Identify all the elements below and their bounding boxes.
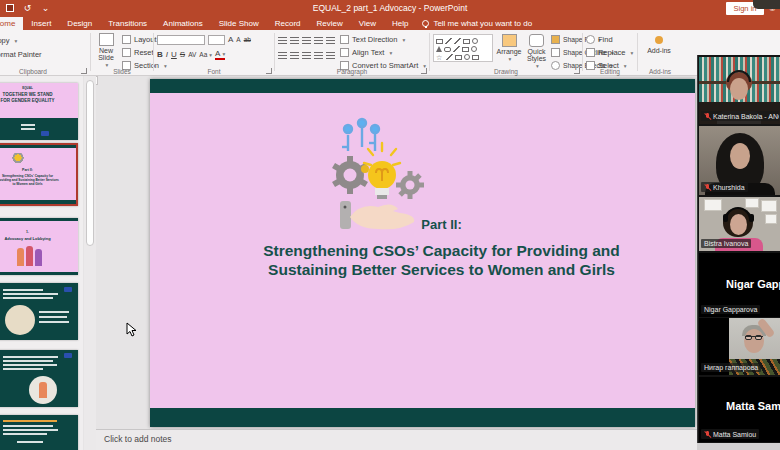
line-spacing-icon[interactable]	[326, 37, 335, 45]
participant-tile-matta[interactable]: Matta Samiou Matta Samiou	[699, 377, 780, 442]
textbox-shape-icon[interactable]	[436, 39, 443, 44]
slide-part-text[interactable]: Part II:	[150, 217, 695, 232]
thumbnail-scrollbar-thumb[interactable]	[86, 80, 94, 246]
save-icon[interactable]	[4, 2, 15, 13]
participant-tile-nigar-gapparova[interactable]: Nigar Gapparova Nigar Gapparova	[699, 253, 780, 317]
participant-tile-khurshida[interactable]: Khurshida	[699, 126, 780, 195]
numbering-icon[interactable]	[290, 37, 299, 45]
slide-thumbnail-4[interactable]	[0, 283, 78, 340]
arrange-button[interactable]: Arrange	[496, 32, 522, 62]
align-center-icon[interactable]	[290, 52, 299, 60]
slide-thumbnail-2-selected[interactable]: Part II: Strengthening CSOs’ Capacity fo…	[0, 143, 78, 206]
justify-icon[interactable]	[314, 52, 323, 60]
smiley-shape-icon[interactable]	[464, 54, 470, 60]
grow-font-icon[interactable]: A	[228, 35, 233, 44]
tab-home[interactable]: Home	[0, 17, 23, 30]
callout-shape-icon[interactable]	[472, 55, 479, 60]
slide-thumbnail-1[interactable]: EQUAL TOGETHER WE STAND FOR GENDER EQUAL…	[0, 83, 78, 140]
triangle-shape-icon[interactable]	[436, 46, 442, 52]
tab-help[interactable]: Help	[384, 17, 416, 30]
slides-group-label: Slides	[92, 68, 152, 75]
underline-icon[interactable]: U	[171, 50, 177, 59]
slide-thumbnail-3[interactable]: 1. Advocacy and Lobbying	[0, 218, 78, 275]
curve-shape-icon[interactable]	[446, 54, 453, 60]
logo-badge	[64, 287, 72, 292]
bullets-icon[interactable]	[278, 37, 287, 45]
tab-animations[interactable]: Animations	[155, 17, 211, 30]
replace-button[interactable]: Replace	[586, 47, 633, 58]
decrease-indent-icon[interactable]	[302, 37, 311, 45]
editing-group: Find Replace Select Editing	[584, 30, 636, 76]
participant-name-label: Bistra Ivanova	[701, 239, 751, 248]
strikethrough-icon[interactable]: S	[180, 50, 185, 59]
align-text-icon	[340, 48, 349, 57]
slide-title-text[interactable]: Strengthening CSOs’ Capacity for Providi…	[150, 241, 695, 280]
tab-transitions[interactable]: Transitions	[100, 17, 155, 30]
tab-record[interactable]: Record	[267, 17, 309, 30]
format-painter-button[interactable]: Format Painter	[0, 49, 42, 60]
customize-toolbar-icon[interactable]: ⌄	[40, 2, 51, 13]
slide-canvas[interactable]: Part II: Strengthening CSOs’ Capacity fo…	[150, 79, 695, 427]
slide-thumbnail-6[interactable]	[0, 415, 78, 450]
paragraph-group-label: Paragraph	[276, 68, 428, 75]
shrink-font-icon[interactable]: A	[236, 36, 240, 43]
muted-mic-icon	[704, 430, 711, 438]
drawing-dialog-launcher[interactable]	[574, 68, 580, 74]
donut-shape-icon[interactable]	[471, 46, 477, 52]
undo-icon[interactable]: ↺	[22, 2, 33, 13]
star-shape-icon[interactable]: ☆	[436, 54, 444, 61]
tab-design[interactable]: Design	[59, 17, 100, 30]
participant-name-label: Нигар гаппарова	[701, 363, 761, 372]
slide-thumbnail-5[interactable]	[0, 350, 78, 407]
notes-pane[interactable]: Click to add notes	[96, 429, 697, 450]
increase-indent-icon[interactable]	[314, 37, 323, 45]
thumbnail-scrollbar[interactable]	[84, 76, 96, 450]
brace-shape-icon[interactable]	[455, 55, 462, 60]
font-size-input[interactable]	[208, 35, 225, 45]
font-color-icon[interactable]: A	[215, 50, 225, 60]
character-spacing-icon[interactable]: AV	[188, 51, 196, 58]
tab-review[interactable]: Review	[309, 17, 351, 30]
bold-icon[interactable]: B	[157, 50, 163, 59]
connector-shape-icon[interactable]	[453, 46, 460, 52]
rounded-rect-shape-icon[interactable]	[444, 47, 451, 52]
shapes-gallery[interactable]: ☆	[433, 34, 493, 62]
tab-slide-show[interactable]: Slide Show	[211, 17, 267, 30]
paragraph-dialog-launcher[interactable]	[421, 68, 427, 74]
align-left-icon[interactable]	[278, 52, 287, 60]
below-strip-area	[697, 443, 780, 450]
participant-tile-bistra[interactable]: Bistra Ivanova	[699, 197, 780, 251]
quick-styles-button[interactable]: Quick Styles	[523, 32, 550, 69]
arrow-shape-icon[interactable]	[454, 38, 461, 44]
addins-button[interactable]: Add-ins	[643, 33, 675, 54]
find-button[interactable]: Find	[586, 34, 633, 45]
new-slide-button[interactable]: New Slide	[92, 31, 120, 68]
innovation-hand-lightbulb-graphic	[318, 117, 430, 233]
text-direction-button[interactable]: Text Direction	[340, 34, 426, 45]
oval-shape-icon[interactable]	[472, 38, 478, 44]
columns-icon[interactable]	[326, 52, 335, 60]
tab-view[interactable]: View	[351, 17, 384, 30]
align-text-button[interactable]: Align Text	[340, 47, 426, 58]
font-name-input[interactable]	[157, 35, 205, 45]
italic-icon[interactable]: I	[166, 50, 168, 59]
line-shape-icon[interactable]	[445, 38, 452, 44]
tab-insert[interactable]: Insert	[23, 17, 59, 30]
clipboard-dialog-launcher[interactable]	[81, 68, 87, 74]
rectangle-shape-icon[interactable]	[463, 39, 470, 44]
participant-tile-katerina[interactable]: Katerina Bakola - ANCE	[699, 57, 780, 124]
circle-illustration	[5, 305, 35, 335]
change-case-icon[interactable]: Aa	[199, 51, 212, 58]
tell-me-box[interactable]: Tell me what you want to do	[416, 17, 538, 30]
new-slide-icon	[99, 33, 114, 46]
replace-icon	[586, 48, 595, 57]
copy-button[interactable]: Copy	[0, 35, 42, 46]
lightbulb-icon	[422, 20, 429, 27]
font-dialog-launcher[interactable]	[266, 68, 272, 74]
participant-name-label: Matta Samiou	[701, 429, 759, 439]
block-arrow-shape-icon[interactable]	[462, 47, 469, 52]
participant-tile-nigar-video[interactable]: Нигар гаппарова	[699, 318, 780, 375]
clear-formatting-icon[interactable]: ab	[244, 36, 251, 43]
ribbon-tab-row: Home Insert Design Transitions Animation…	[0, 17, 780, 30]
align-right-icon[interactable]	[302, 52, 311, 60]
